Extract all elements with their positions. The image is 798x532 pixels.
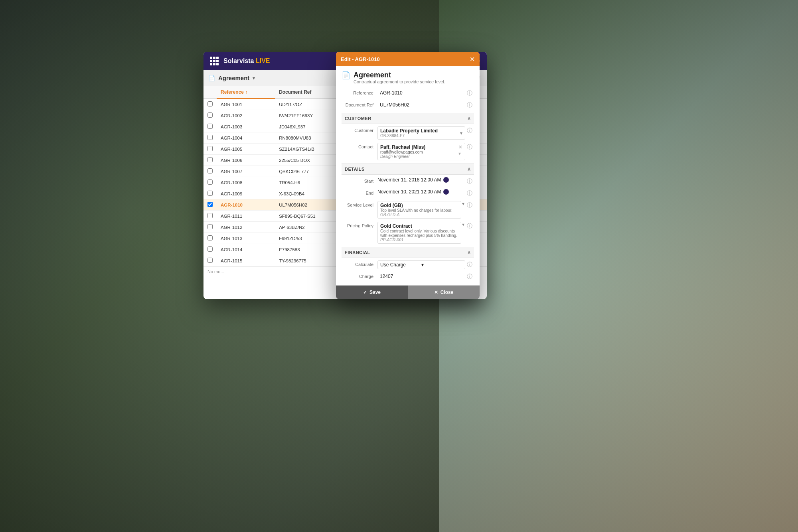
- doc-ref-label: Document Ref: [342, 101, 377, 107]
- row-checkbox[interactable]: [207, 224, 213, 229]
- row-checkbox-cell: [203, 99, 217, 110]
- row-checkbox[interactable]: [207, 246, 213, 252]
- pricing-info-icon[interactable]: ⓘ: [465, 222, 474, 231]
- row-checkbox-cell: [203, 255, 217, 266]
- pricing-policy-field[interactable]: Gold Contract Gold contract level only. …: [377, 222, 461, 244]
- details-section-chevron[interactable]: ∧: [467, 166, 471, 172]
- contact-email: rpaff@yellowpages.com: [380, 150, 457, 154]
- customer-code: GB-38884-E7: [380, 134, 460, 138]
- col-reference[interactable]: Reference ↑: [217, 86, 275, 99]
- row-reference: AGR-1002: [217, 110, 275, 121]
- row-checkbox-cell: [203, 166, 217, 177]
- calculate-value: Use Charge: [380, 262, 421, 268]
- reference-info-icon[interactable]: ⓘ: [465, 89, 474, 98]
- reference-label: Reference: [342, 89, 377, 95]
- customer-field-row: Customer Labadie Property Limited GB-388…: [342, 126, 474, 140]
- row-checkbox-cell: [203, 211, 217, 222]
- row-checkbox[interactable]: [207, 258, 213, 263]
- toolbar-chevron-icon[interactable]: ▾: [253, 75, 255, 81]
- pricing-dropdown-arrow[interactable]: ▾: [461, 222, 465, 227]
- doc-ref-row: Document Ref UL7M056H02 ⓘ: [342, 101, 474, 110]
- row-checkbox-cell: [203, 222, 217, 233]
- contact-dropdown-icon[interactable]: ▾: [458, 151, 462, 156]
- service-desc: Top level SLA with no charges for labour…: [380, 208, 458, 213]
- doc-ref-info-icon[interactable]: ⓘ: [465, 101, 474, 110]
- row-checkbox-cell: [203, 132, 217, 144]
- details-section-label: DETAILS: [345, 167, 365, 171]
- row-checkbox[interactable]: [207, 146, 213, 151]
- save-icon: ✓: [363, 290, 367, 295]
- service-level-row: Service Level Gold (GB) Top level SLA wi…: [342, 201, 474, 219]
- financial-section-chevron[interactable]: ∧: [467, 250, 471, 255]
- calculate-row: Calculate Use Charge ▾ ⓘ: [342, 260, 474, 269]
- row-reference: AGR-1015: [217, 255, 275, 266]
- row-reference: AGR-1005: [217, 144, 275, 155]
- calculate-info-icon[interactable]: ⓘ: [465, 260, 474, 269]
- edit-close-button[interactable]: ✕: [470, 55, 475, 63]
- row-checkbox[interactable]: [207, 191, 213, 196]
- pricing-label: Pricing Policy: [342, 222, 377, 228]
- calculate-label: Calculate: [342, 260, 377, 267]
- pricing-desc: Gold contract level only. Various discou…: [380, 229, 458, 238]
- edit-panel: Edit - AGR-1010 ✕ 📄 Agreement Contractua…: [336, 52, 480, 299]
- contact-field[interactable]: Paff, Rachael (Miss) rpaff@yellowpages.c…: [377, 143, 465, 160]
- service-dropdown-arrow[interactable]: ▾: [461, 201, 465, 207]
- contact-name: Paff, Rachael (Miss): [380, 144, 457, 150]
- contact-clear-icon[interactable]: ✕: [458, 144, 462, 150]
- row-checkbox-cell: [203, 110, 217, 121]
- contact-field-row: Contact Paff, Rachael (Miss) rpaff@yello…: [342, 143, 474, 160]
- form-title: Agreement: [354, 71, 445, 79]
- end-date-row: End November 10, 2021 12:00 AM ⓘ: [342, 189, 474, 198]
- financial-section-label: FINANCIAL: [345, 250, 370, 255]
- row-checkbox-cell: [203, 177, 217, 188]
- edit-body: 📄 Agreement Contractual agreement to pro…: [336, 66, 480, 285]
- row-reference: AGR-1014: [217, 244, 275, 255]
- contact-info-icon[interactable]: ⓘ: [465, 143, 474, 152]
- row-checkbox[interactable]: [207, 157, 213, 162]
- brand-name: Solarvista LIVE: [223, 57, 270, 65]
- close-button[interactable]: ✕ Close: [408, 286, 480, 299]
- customer-section-chevron[interactable]: ∧: [467, 116, 471, 121]
- row-reference: AGR-1010: [217, 199, 275, 211]
- row-checkbox[interactable]: [207, 112, 213, 118]
- row-checkbox[interactable]: [207, 124, 213, 129]
- end-label: End: [342, 189, 377, 195]
- row-checkbox-cell: [203, 155, 217, 166]
- start-date-field[interactable]: November 11, 2018 12:00 AM: [377, 177, 465, 183]
- row-reference: AGR-1013: [217, 233, 275, 244]
- row-reference: AGR-1007: [217, 166, 275, 177]
- row-checkbox[interactable]: [207, 179, 213, 185]
- start-info-icon[interactable]: ⓘ: [465, 177, 474, 186]
- end-date-field[interactable]: November 10, 2021 12:00 AM: [377, 189, 465, 195]
- row-checkbox[interactable]: [207, 168, 213, 173]
- row-checkbox-cell: [203, 188, 217, 199]
- pricing-policy-row: Pricing Policy Gold Contract Gold contra…: [342, 222, 474, 244]
- grid-icon[interactable]: [210, 57, 219, 65]
- contact-job-title: Design Engineer: [380, 154, 457, 159]
- service-level-label: Service Level: [342, 201, 377, 207]
- agreement-form-icon: 📄: [342, 71, 350, 80]
- customer-dropdown[interactable]: Labadie Property Limited GB-38884-E7 ▾: [377, 126, 465, 140]
- reference-row: Reference AGR-1010 ⓘ: [342, 89, 474, 98]
- row-checkbox[interactable]: [207, 235, 213, 240]
- row-checkbox[interactable]: [207, 202, 213, 207]
- charge-info-icon[interactable]: ⓘ: [465, 272, 474, 281]
- row-checkbox[interactable]: [207, 101, 213, 106]
- save-label: Save: [369, 290, 381, 295]
- select-all-header: [203, 86, 217, 99]
- row-checkbox[interactable]: [207, 135, 213, 140]
- service-level-field[interactable]: Gold (GB) Top level SLA with no charges …: [377, 201, 461, 219]
- service-info-icon[interactable]: ⓘ: [465, 201, 474, 210]
- pricing-name: Gold Contract: [380, 223, 458, 229]
- row-reference: AGR-1006: [217, 155, 275, 166]
- row-checkbox-cell: [203, 121, 217, 132]
- calculate-dropdown[interactable]: Use Charge ▾: [377, 260, 465, 269]
- row-checkbox[interactable]: [207, 213, 213, 218]
- customer-info-icon[interactable]: ⓘ: [465, 126, 474, 135]
- close-icon: ✕: [434, 290, 438, 295]
- end-info-icon[interactable]: ⓘ: [465, 189, 474, 198]
- edit-title: Agreement Contractual agreement to provi…: [354, 71, 445, 84]
- charge-label: Charge: [342, 272, 377, 279]
- save-button[interactable]: ✓ Save: [336, 286, 408, 299]
- calculate-dropdown-arrow: ▾: [421, 262, 462, 268]
